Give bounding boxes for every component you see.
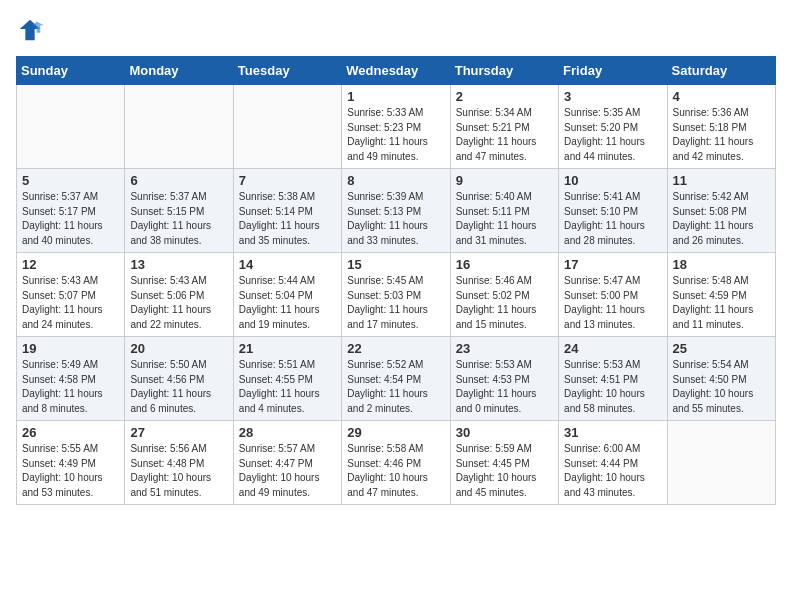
day-info: Sunrise: 5:52 AM Sunset: 4:54 PM Dayligh… xyxy=(347,358,444,416)
day-info: Sunrise: 5:39 AM Sunset: 5:13 PM Dayligh… xyxy=(347,190,444,248)
weekday-header-thursday: Thursday xyxy=(450,57,558,85)
logo-icon xyxy=(16,16,44,44)
calendar-week-row: 26Sunrise: 5:55 AM Sunset: 4:49 PM Dayli… xyxy=(17,421,776,505)
day-number: 22 xyxy=(347,341,444,356)
day-number: 12 xyxy=(22,257,119,272)
day-info: Sunrise: 5:35 AM Sunset: 5:20 PM Dayligh… xyxy=(564,106,661,164)
calendar-cell: 11Sunrise: 5:42 AM Sunset: 5:08 PM Dayli… xyxy=(667,169,775,253)
day-info: Sunrise: 5:37 AM Sunset: 5:15 PM Dayligh… xyxy=(130,190,227,248)
day-number: 9 xyxy=(456,173,553,188)
day-number: 14 xyxy=(239,257,336,272)
day-info: Sunrise: 5:58 AM Sunset: 4:46 PM Dayligh… xyxy=(347,442,444,500)
calendar-cell: 10Sunrise: 5:41 AM Sunset: 5:10 PM Dayli… xyxy=(559,169,667,253)
calendar-cell: 7Sunrise: 5:38 AM Sunset: 5:14 PM Daylig… xyxy=(233,169,341,253)
calendar-cell: 16Sunrise: 5:46 AM Sunset: 5:02 PM Dayli… xyxy=(450,253,558,337)
day-number: 15 xyxy=(347,257,444,272)
day-number: 1 xyxy=(347,89,444,104)
calendar-cell: 9Sunrise: 5:40 AM Sunset: 5:11 PM Daylig… xyxy=(450,169,558,253)
calendar-header-row: SundayMondayTuesdayWednesdayThursdayFrid… xyxy=(17,57,776,85)
calendar-cell: 31Sunrise: 6:00 AM Sunset: 4:44 PM Dayli… xyxy=(559,421,667,505)
day-info: Sunrise: 5:37 AM Sunset: 5:17 PM Dayligh… xyxy=(22,190,119,248)
day-info: Sunrise: 5:56 AM Sunset: 4:48 PM Dayligh… xyxy=(130,442,227,500)
day-number: 8 xyxy=(347,173,444,188)
day-number: 29 xyxy=(347,425,444,440)
calendar-cell: 26Sunrise: 5:55 AM Sunset: 4:49 PM Dayli… xyxy=(17,421,125,505)
day-number: 31 xyxy=(564,425,661,440)
day-info: Sunrise: 5:48 AM Sunset: 4:59 PM Dayligh… xyxy=(673,274,770,332)
calendar-table: SundayMondayTuesdayWednesdayThursdayFrid… xyxy=(16,56,776,505)
weekday-header-tuesday: Tuesday xyxy=(233,57,341,85)
calendar-cell: 3Sunrise: 5:35 AM Sunset: 5:20 PM Daylig… xyxy=(559,85,667,169)
day-number: 20 xyxy=(130,341,227,356)
weekday-header-monday: Monday xyxy=(125,57,233,85)
calendar-cell: 8Sunrise: 5:39 AM Sunset: 5:13 PM Daylig… xyxy=(342,169,450,253)
weekday-header-friday: Friday xyxy=(559,57,667,85)
day-info: Sunrise: 5:43 AM Sunset: 5:06 PM Dayligh… xyxy=(130,274,227,332)
calendar-week-row: 5Sunrise: 5:37 AM Sunset: 5:17 PM Daylig… xyxy=(17,169,776,253)
day-info: Sunrise: 5:51 AM Sunset: 4:55 PM Dayligh… xyxy=(239,358,336,416)
calendar-cell: 23Sunrise: 5:53 AM Sunset: 4:53 PM Dayli… xyxy=(450,337,558,421)
day-number: 11 xyxy=(673,173,770,188)
calendar-cell: 1Sunrise: 5:33 AM Sunset: 5:23 PM Daylig… xyxy=(342,85,450,169)
calendar-cell xyxy=(17,85,125,169)
calendar-cell: 24Sunrise: 5:53 AM Sunset: 4:51 PM Dayli… xyxy=(559,337,667,421)
day-number: 17 xyxy=(564,257,661,272)
calendar-cell: 29Sunrise: 5:58 AM Sunset: 4:46 PM Dayli… xyxy=(342,421,450,505)
day-number: 6 xyxy=(130,173,227,188)
calendar-cell: 13Sunrise: 5:43 AM Sunset: 5:06 PM Dayli… xyxy=(125,253,233,337)
day-info: Sunrise: 5:59 AM Sunset: 4:45 PM Dayligh… xyxy=(456,442,553,500)
day-info: Sunrise: 5:43 AM Sunset: 5:07 PM Dayligh… xyxy=(22,274,119,332)
day-info: Sunrise: 5:40 AM Sunset: 5:11 PM Dayligh… xyxy=(456,190,553,248)
calendar-cell: 22Sunrise: 5:52 AM Sunset: 4:54 PM Dayli… xyxy=(342,337,450,421)
day-info: Sunrise: 5:53 AM Sunset: 4:53 PM Dayligh… xyxy=(456,358,553,416)
day-info: Sunrise: 5:55 AM Sunset: 4:49 PM Dayligh… xyxy=(22,442,119,500)
day-info: Sunrise: 5:45 AM Sunset: 5:03 PM Dayligh… xyxy=(347,274,444,332)
day-number: 4 xyxy=(673,89,770,104)
day-number: 19 xyxy=(22,341,119,356)
calendar-week-row: 1Sunrise: 5:33 AM Sunset: 5:23 PM Daylig… xyxy=(17,85,776,169)
calendar-cell: 6Sunrise: 5:37 AM Sunset: 5:15 PM Daylig… xyxy=(125,169,233,253)
day-number: 5 xyxy=(22,173,119,188)
day-info: Sunrise: 5:50 AM Sunset: 4:56 PM Dayligh… xyxy=(130,358,227,416)
day-number: 30 xyxy=(456,425,553,440)
weekday-header-saturday: Saturday xyxy=(667,57,775,85)
day-number: 7 xyxy=(239,173,336,188)
day-number: 18 xyxy=(673,257,770,272)
day-number: 10 xyxy=(564,173,661,188)
calendar-cell: 12Sunrise: 5:43 AM Sunset: 5:07 PM Dayli… xyxy=(17,253,125,337)
day-number: 3 xyxy=(564,89,661,104)
calendar-cell xyxy=(667,421,775,505)
calendar-cell: 4Sunrise: 5:36 AM Sunset: 5:18 PM Daylig… xyxy=(667,85,775,169)
day-info: Sunrise: 5:46 AM Sunset: 5:02 PM Dayligh… xyxy=(456,274,553,332)
calendar-cell: 21Sunrise: 5:51 AM Sunset: 4:55 PM Dayli… xyxy=(233,337,341,421)
calendar-cell: 18Sunrise: 5:48 AM Sunset: 4:59 PM Dayli… xyxy=(667,253,775,337)
day-info: Sunrise: 5:38 AM Sunset: 5:14 PM Dayligh… xyxy=(239,190,336,248)
day-info: Sunrise: 6:00 AM Sunset: 4:44 PM Dayligh… xyxy=(564,442,661,500)
day-info: Sunrise: 5:33 AM Sunset: 5:23 PM Dayligh… xyxy=(347,106,444,164)
day-info: Sunrise: 5:54 AM Sunset: 4:50 PM Dayligh… xyxy=(673,358,770,416)
day-info: Sunrise: 5:41 AM Sunset: 5:10 PM Dayligh… xyxy=(564,190,661,248)
calendar-cell: 5Sunrise: 5:37 AM Sunset: 5:17 PM Daylig… xyxy=(17,169,125,253)
weekday-header-wednesday: Wednesday xyxy=(342,57,450,85)
calendar-week-row: 19Sunrise: 5:49 AM Sunset: 4:58 PM Dayli… xyxy=(17,337,776,421)
calendar-cell: 28Sunrise: 5:57 AM Sunset: 4:47 PM Dayli… xyxy=(233,421,341,505)
day-number: 25 xyxy=(673,341,770,356)
calendar-cell xyxy=(125,85,233,169)
calendar-week-row: 12Sunrise: 5:43 AM Sunset: 5:07 PM Dayli… xyxy=(17,253,776,337)
calendar-cell: 19Sunrise: 5:49 AM Sunset: 4:58 PM Dayli… xyxy=(17,337,125,421)
day-number: 23 xyxy=(456,341,553,356)
calendar-cell: 27Sunrise: 5:56 AM Sunset: 4:48 PM Dayli… xyxy=(125,421,233,505)
calendar-cell: 25Sunrise: 5:54 AM Sunset: 4:50 PM Dayli… xyxy=(667,337,775,421)
day-number: 28 xyxy=(239,425,336,440)
logo xyxy=(16,16,48,44)
day-number: 27 xyxy=(130,425,227,440)
day-info: Sunrise: 5:57 AM Sunset: 4:47 PM Dayligh… xyxy=(239,442,336,500)
day-number: 21 xyxy=(239,341,336,356)
day-number: 2 xyxy=(456,89,553,104)
calendar-cell xyxy=(233,85,341,169)
day-info: Sunrise: 5:53 AM Sunset: 4:51 PM Dayligh… xyxy=(564,358,661,416)
day-info: Sunrise: 5:49 AM Sunset: 4:58 PM Dayligh… xyxy=(22,358,119,416)
day-info: Sunrise: 5:34 AM Sunset: 5:21 PM Dayligh… xyxy=(456,106,553,164)
page-header xyxy=(16,16,776,44)
day-info: Sunrise: 5:36 AM Sunset: 5:18 PM Dayligh… xyxy=(673,106,770,164)
